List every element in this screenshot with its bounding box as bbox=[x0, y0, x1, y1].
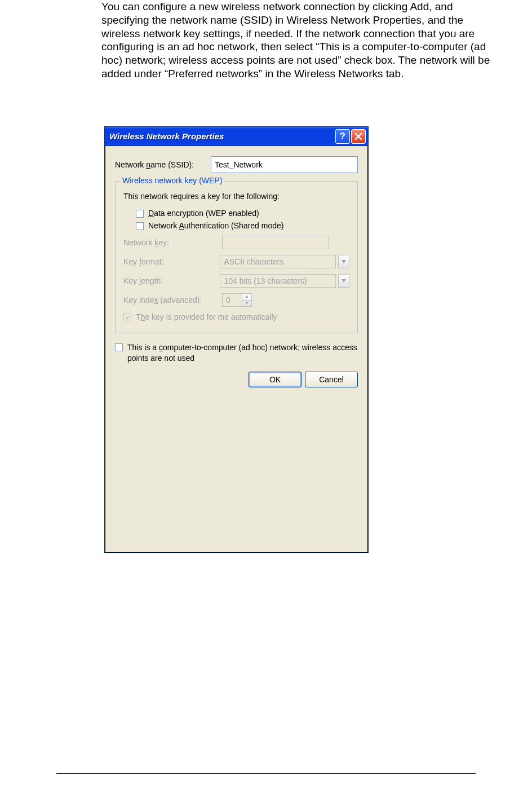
ssid-label: Network name (SSID): bbox=[115, 160, 211, 169]
adhoc-checkbox[interactable] bbox=[115, 343, 123, 351]
ok-button[interactable]: OK bbox=[249, 372, 302, 387]
intro-paragraph: You can configure a new wireless network… bbox=[101, 0, 502, 81]
key-format-label: Key format: bbox=[123, 257, 220, 266]
chevron-down-icon bbox=[338, 255, 349, 268]
adhoc-label: This is a computer-to-computer (ad hoc) … bbox=[127, 342, 358, 364]
chevron-down-icon bbox=[338, 274, 349, 288]
key-index-label: Key index (advanced): bbox=[123, 295, 222, 305]
key-index-input bbox=[222, 293, 242, 307]
close-icon bbox=[355, 133, 362, 140]
spin-down-icon: ▼ bbox=[242, 301, 251, 307]
cancel-button[interactable]: Cancel bbox=[305, 372, 358, 387]
key-length-label: Key length: bbox=[123, 276, 220, 285]
network-auth-label: Network Authentication (Shared mode) bbox=[148, 221, 283, 230]
page-footer-divider bbox=[56, 773, 476, 774]
wep-groupbox: Wireless network key (WEP) This network … bbox=[115, 181, 358, 333]
network-auth-checkbox[interactable] bbox=[136, 222, 144, 230]
data-encryption-label: Data encryption (WEP enabled) bbox=[148, 209, 259, 218]
requires-text: This network requires a key for the foll… bbox=[123, 192, 349, 201]
key-format-select: ASCII characters bbox=[220, 255, 336, 268]
network-key-input bbox=[222, 236, 329, 249]
auto-key-checkbox bbox=[123, 314, 131, 321]
window-title: Wireless Network Properties bbox=[109, 131, 334, 141]
key-index-stepper: ▲ ▼ bbox=[222, 293, 252, 307]
data-encryption-checkbox[interactable] bbox=[136, 210, 144, 218]
close-button[interactable] bbox=[351, 129, 366, 144]
key-length-select: 104 bits (13 characters) bbox=[220, 274, 336, 288]
help-icon: ? bbox=[340, 131, 345, 142]
title-bar[interactable]: Wireless Network Properties ? bbox=[105, 127, 368, 146]
auto-key-label: The key is provided for me automatically bbox=[136, 312, 277, 321]
help-button[interactable]: ? bbox=[335, 129, 350, 144]
wep-legend: Wireless network key (WEP) bbox=[120, 176, 224, 185]
spin-up-icon: ▲ bbox=[242, 294, 251, 301]
network-key-label: Network key: bbox=[123, 238, 222, 247]
wireless-properties-dialog: Wireless Network Properties ? Network na… bbox=[104, 126, 369, 553]
ssid-input[interactable] bbox=[211, 156, 358, 173]
